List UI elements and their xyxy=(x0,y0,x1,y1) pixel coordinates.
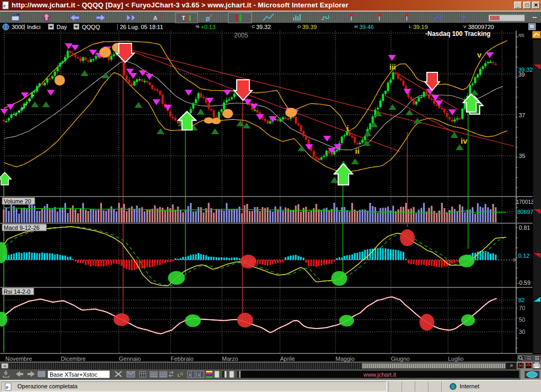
svg-text:1: 1 xyxy=(189,372,191,377)
svg-text:35: 35 xyxy=(519,153,525,159)
svg-text:Marzo: Marzo xyxy=(222,356,238,362)
svg-text:0.81: 0.81 xyxy=(519,225,530,231)
svg-text:Volume 20: Volume 20 xyxy=(4,198,31,204)
svg-text:30: 30 xyxy=(519,329,525,335)
svg-text:Novembre: Novembre xyxy=(5,356,32,362)
svg-text:iv: iv xyxy=(461,136,468,145)
svg-text:ii: ii xyxy=(355,146,359,155)
svg-text:Macd 9-12-26: Macd 9-12-26 xyxy=(4,225,40,231)
svg-text:50: 50 xyxy=(519,316,525,323)
svg-text:www.jchart.it: www.jchart.it xyxy=(363,371,396,378)
svg-text:70: 70 xyxy=(519,305,525,311)
svg-text:0.12: 0.12 xyxy=(518,253,529,259)
svg-text:e: e xyxy=(3,2,6,8)
svg-text:Giugno: Giugno xyxy=(391,356,409,362)
svg-text:1: 1 xyxy=(198,372,200,377)
svg-text:iii: iii xyxy=(389,62,396,71)
svg-text:Rsi 14-2-0: Rsi 14-2-0 xyxy=(4,288,31,295)
svg-text:Febbraio: Febbraio xyxy=(171,356,193,362)
svg-text:Base XTsar+Xstoc: Base XTsar+Xstoc xyxy=(50,371,98,378)
svg-text:e: e xyxy=(6,384,8,390)
svg-text:Maggio: Maggio xyxy=(335,356,355,362)
svg-text:Dicembre: Dicembre xyxy=(61,356,86,362)
svg-text:i: i xyxy=(347,124,349,133)
svg-text:Gennaio: Gennaio xyxy=(119,356,141,362)
svg-text:39: 39 xyxy=(518,71,525,78)
svg-text:⁄95: ⁄95 xyxy=(517,33,525,38)
svg-text:Luglio: Luglio xyxy=(448,356,463,362)
svg-text:Aprile: Aprile xyxy=(280,356,295,362)
svg-text:37: 37 xyxy=(519,112,525,118)
svg-text:0: 0 xyxy=(513,257,516,263)
svg-text:82: 82 xyxy=(518,297,525,303)
svg-text:?: ? xyxy=(461,14,465,22)
svg-text:T: T xyxy=(182,15,185,21)
svg-text:2005: 2005 xyxy=(234,32,248,39)
svg-text:D: D xyxy=(206,16,210,22)
svg-text:-0.59: -0.59 xyxy=(517,279,530,286)
svg-text:v: v xyxy=(477,50,482,59)
svg-text:-Nasdaq 100 Tracking: -Nasdaq 100 Tracking xyxy=(425,31,490,38)
svg-text:A: A xyxy=(153,15,157,21)
